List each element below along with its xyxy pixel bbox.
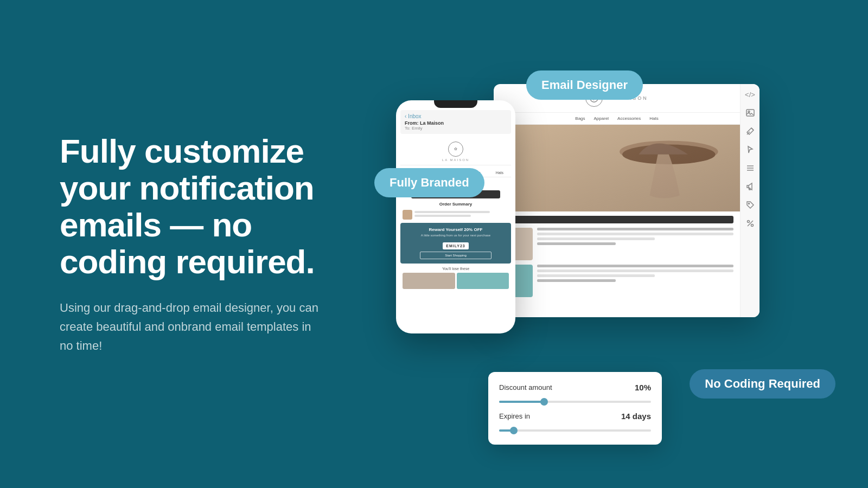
- phone-promo-box: Reward Yourself 20% OFF A little somethi…: [400, 223, 511, 264]
- desktop-nav-apparel: Apparel: [594, 116, 609, 121]
- hero-illustration: [494, 125, 740, 211]
- email-designer-badge: Email Designer: [526, 70, 643, 100]
- phone-back-arrow: ‹ Inbox: [405, 113, 507, 119]
- discount-panel: Discount amount 10% Expires in 14 days: [488, 372, 662, 445]
- svg-rect-5: [746, 110, 754, 116]
- phone-from: From: La Maison: [405, 120, 507, 126]
- desktop-nav-hats: Hats: [649, 116, 658, 121]
- desktop-text-bar-4: [537, 265, 733, 267]
- discount-amount-label: Discount amount: [499, 383, 552, 391]
- phone-youll-lose: You'll lose these: [400, 267, 511, 271]
- desktop-text-bar-3: [537, 237, 655, 240]
- desktop-text-bar-6: [537, 274, 655, 277]
- sub-text: Using our drag-and-drop email designer, …: [60, 298, 326, 356]
- svg-point-6: [748, 111, 750, 113]
- phone-promo-sub: A little something from us for your next…: [405, 234, 507, 237]
- discount-slider-fill: [499, 401, 545, 403]
- desktop-product-info-2: [537, 265, 733, 297]
- desktop-text-bar-price-2: [537, 279, 616, 282]
- left-section: Fully customize your notification emails…: [0, 89, 369, 399]
- expires-slider-thumb[interactable]: [510, 427, 518, 434]
- expires-row: Expires in 14 days: [499, 412, 651, 421]
- megaphone-icon[interactable]: [745, 182, 755, 191]
- phone-nav-hats: Hats: [496, 171, 503, 175]
- phone-logo-circle: ✿: [448, 142, 463, 157]
- svg-point-12: [747, 221, 749, 223]
- desktop-text-bar-1: [537, 228, 733, 230]
- phone-inner: ‹ Inbox From: La Maison To: Emily ✿ LA M…: [396, 100, 515, 333]
- desktop-mockup: LA MAISON Bags Apparel Accessories Hats: [494, 84, 760, 317]
- main-container: Fully customize your notification emails…: [0, 0, 868, 488]
- expires-slider-track: [499, 429, 651, 432]
- code-icon[interactable]: </>: [745, 89, 755, 99]
- tag-icon[interactable]: [745, 200, 755, 210]
- desktop-product-row-2: [500, 265, 733, 297]
- svg-point-10: [748, 203, 749, 204]
- desktop-email-area: LA MAISON Bags Apparel Accessories Hats: [494, 84, 740, 317]
- desktop-sidebar: </>: [740, 84, 760, 317]
- phone-logo-text: LA MAISON: [400, 158, 511, 162]
- discount-slider-thumb[interactable]: [540, 398, 548, 406]
- main-headline: Fully customize your notification emails…: [60, 133, 326, 281]
- phone-text-line-2: [414, 215, 471, 217]
- image-icon[interactable]: [745, 108, 755, 118]
- desktop-nav-acc: Accessories: [617, 116, 641, 121]
- desktop-hero-image: [494, 125, 740, 211]
- desktop-content-area: [494, 211, 740, 306]
- desktop-product-info-1: [537, 228, 733, 260]
- phone-order-summary: Order Summary: [400, 202, 511, 207]
- phone-logo: ✿ LA MAISON: [400, 138, 511, 165]
- cursor-icon[interactable]: [745, 145, 755, 155]
- phone-avatar-row: [400, 210, 511, 220]
- phone-to: To: Emily: [405, 126, 507, 131]
- svg-point-13: [751, 224, 753, 227]
- svg-rect-4: [494, 125, 740, 211]
- phone-avatar: [403, 210, 412, 220]
- desktop-product-row-1: [500, 228, 733, 260]
- resize-icon[interactable]: [745, 126, 755, 136]
- expires-label: Expires in: [499, 412, 530, 420]
- discount-slider-track: [499, 401, 651, 403]
- phone-products-row: [400, 273, 511, 289]
- phone-product-2: [457, 273, 509, 289]
- desktop-nav: Bags Apparel Accessories Hats: [494, 113, 740, 125]
- desktop-text-bar-2: [537, 233, 733, 235]
- svg-line-11: [748, 221, 753, 226]
- expires-value: 14 days: [621, 412, 651, 421]
- desktop-text-bar-price-1: [537, 242, 616, 245]
- discount-amount-row: Discount amount 10%: [499, 383, 651, 392]
- phone-product-1: [403, 273, 455, 289]
- desktop-nav-bags: Bags: [575, 116, 585, 121]
- phone-mockup: ‹ Inbox From: La Maison To: Emily ✿ LA M…: [396, 100, 515, 333]
- phone-email-header: ‹ Inbox From: La Maison To: Emily: [400, 110, 511, 134]
- fully-branded-badge: Fully Branded: [374, 168, 484, 197]
- discount-amount-value: 10%: [635, 383, 651, 392]
- list-icon[interactable]: [745, 163, 755, 173]
- percent-icon[interactable]: [745, 219, 755, 228]
- phone-promo-title: Reward Yourself 20% OFF: [405, 227, 507, 232]
- phone-text-lines: [414, 211, 509, 219]
- desktop-text-bar-5: [537, 269, 733, 272]
- phone-promo-code: EMILY23: [443, 242, 469, 249]
- desktop-cta-bar: [500, 216, 733, 223]
- phone-promo-btn[interactable]: Start Shopping: [420, 252, 492, 259]
- right-section: Email Designer Fully Branded No Coding R…: [369, 0, 868, 488]
- phone-text-line-1: [414, 211, 490, 213]
- no-coding-badge: No Coding Required: [690, 369, 835, 399]
- phone-notch: [434, 100, 477, 108]
